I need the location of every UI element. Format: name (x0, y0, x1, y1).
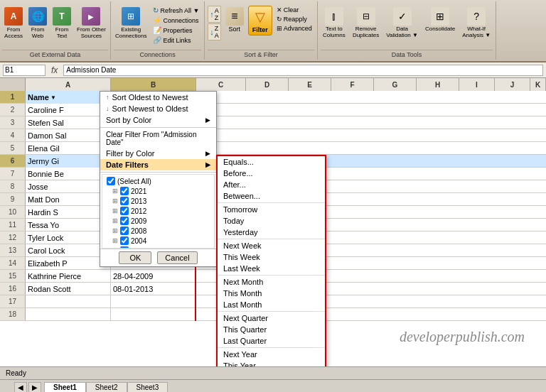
before-item[interactable]: Before... (218, 168, 325, 179)
cell-reference-box[interactable]: B1 (3, 65, 46, 76)
cell-c3[interactable] (196, 116, 546, 129)
filter-button[interactable]: ▽ Filter (248, 6, 272, 36)
ok-button[interactable]: OK (119, 251, 151, 264)
name-filter-arrow[interactable]: ▼ (50, 94, 56, 101)
today-item[interactable]: Today (218, 215, 325, 227)
cell-a15[interactable]: Kathrine Pierce (26, 270, 111, 283)
sort-color-item[interactable]: Sort by Color ▶ (100, 114, 216, 126)
date-filters-item[interactable]: Date Filters ▶ (100, 159, 216, 170)
col-header-d[interactable]: D (246, 78, 289, 91)
cell-a12[interactable]: Tyler Lock (26, 232, 111, 244)
col-header-b[interactable]: B (111, 78, 196, 91)
sort-za-button[interactable]: ↓ ZA (208, 23, 221, 40)
tab-prev-button[interactable]: ◀ (14, 382, 27, 392)
col-header-i[interactable]: I (459, 78, 495, 91)
remove-duplicates-button[interactable]: ⊟ Remove Duplicates (350, 6, 381, 40)
from-other-button[interactable]: ▶ From Other Sources (75, 6, 108, 40)
checkbox-2012[interactable]: ⊞ 2012 (111, 206, 211, 216)
checkbox-2021[interactable]: ⊞ 2021 (111, 186, 211, 196)
col-header-c[interactable]: C (196, 78, 246, 91)
edit-links-button[interactable]: 🔗 Edit Links (151, 36, 201, 45)
sort-az-button[interactable]: ↑ AZ (208, 6, 221, 23)
cell-b16[interactable]: 08-01-2013 (111, 283, 196, 295)
cell-a13[interactable]: Carol Lock (26, 244, 111, 257)
this-week-item[interactable]: This Week (218, 251, 325, 263)
what-if-button[interactable]: ? What-If Analysis ▼ (460, 6, 493, 40)
cell-b15[interactable]: 28-04-2009 (111, 270, 196, 283)
cell-a7[interactable]: Bonnie Be (26, 168, 111, 180)
advanced-button[interactable]: ⊞ Advanced (274, 24, 314, 33)
between-item[interactable]: Between... (218, 190, 325, 202)
cell-a6[interactable]: Jermy Gi (26, 155, 111, 168)
tomorrow-item[interactable]: Tomorrow (218, 204, 325, 215)
cell-a8[interactable]: Josse (26, 180, 111, 193)
cell-a9[interactable]: Matt Don (26, 193, 111, 206)
cell-a2[interactable]: Caroline F (26, 104, 111, 116)
sheet-tab-2[interactable]: Sheet2 (86, 382, 127, 392)
cell-c4[interactable] (196, 129, 546, 142)
connections-button[interactable]: ⚡ Connections (151, 16, 201, 25)
yesterday-item[interactable]: Yesterday (218, 227, 325, 238)
from-text-button[interactable]: T From Text (50, 6, 73, 40)
checkbox-2008[interactable]: ⊞ 2008 (111, 226, 211, 236)
cell-a5[interactable]: Elena Gil (26, 142, 111, 155)
next-month-item[interactable]: Next Month (218, 276, 325, 288)
cell-a14[interactable]: Elizabeth P (26, 257, 111, 270)
col-header-g[interactable]: G (374, 78, 417, 91)
col-header-k[interactable]: K (530, 78, 546, 91)
cancel-button[interactable]: Cancel (157, 251, 197, 264)
last-quarter-item[interactable]: Last Quarter (218, 335, 325, 347)
this-year-item[interactable]: This Year (218, 360, 325, 366)
cell-a11[interactable]: Tessa Yo (26, 219, 111, 232)
col-header-a[interactable]: A (26, 78, 111, 91)
col-header-h[interactable]: H (417, 78, 459, 91)
checkbox-select-all[interactable]: (Select All) (105, 176, 211, 186)
clear-filter-item[interactable]: Clear Filter From "Admission Date" (100, 129, 216, 148)
next-quarter-item[interactable]: Next Quarter (218, 312, 325, 324)
col-header-j[interactable]: J (495, 78, 530, 91)
next-year-item[interactable]: Next Year (218, 349, 325, 360)
tab-next-button[interactable]: ▶ (28, 382, 41, 392)
cell-b17[interactable] (111, 295, 196, 308)
from-web-button[interactable]: 🌐 From Web (26, 6, 49, 40)
sort-button[interactable]: ≡ Sort (223, 6, 246, 34)
cell-a17[interactable] (26, 295, 111, 308)
properties-button[interactable]: 📝 Properties (151, 26, 201, 35)
cell-a10[interactable]: Hardin S (26, 206, 111, 219)
data-validation-button[interactable]: ✓ Data Validation ▼ (384, 6, 420, 40)
this-quarter-item[interactable]: This Quarter (218, 324, 325, 335)
equals-item[interactable]: Equals... (218, 156, 325, 168)
cell-a1[interactable]: Name ▼ (26, 91, 111, 104)
filter-color-item[interactable]: Filter by Color ▶ (100, 148, 216, 159)
cell-c1[interactable] (196, 91, 546, 104)
formula-content-box[interactable]: Admission Date (63, 65, 543, 76)
sort-oldest-item[interactable]: ↑ Sort Oldest to Newest (100, 92, 216, 103)
checkbox-2013[interactable]: ⊞ 2013 (111, 196, 211, 206)
col-header-e[interactable]: E (289, 78, 331, 91)
sheet-tab-1[interactable]: Sheet1 (44, 382, 86, 392)
cell-a16[interactable]: Rodan Scott (26, 283, 111, 295)
col-header-f[interactable]: F (331, 78, 374, 91)
sheet-tab-3[interactable]: Sheet3 (127, 382, 168, 392)
text-to-columns-button[interactable]: ⫿ Text to Columns (321, 6, 348, 40)
reapply-button[interactable]: ↻ Reapply (274, 15, 314, 23)
cell-a3[interactable]: Stefen Sal (26, 116, 111, 129)
after-item[interactable]: After... (218, 179, 325, 190)
cell-c5[interactable] (196, 142, 546, 155)
checkbox-2009[interactable]: ⊞ 2009 (111, 216, 211, 226)
cell-b18[interactable] (111, 308, 196, 321)
from-access-button[interactable]: A From Access (2, 6, 25, 40)
cell-c2[interactable] (196, 104, 546, 116)
next-week-item[interactable]: Next Week (218, 240, 325, 251)
this-month-item[interactable]: This Month (218, 288, 325, 299)
cell-a18[interactable] (26, 308, 111, 321)
refresh-all-button[interactable]: ↻ Refresh All ▼ (151, 6, 201, 15)
sort-newest-item[interactable]: ↓ Sort Newest to Oldest (100, 103, 216, 114)
last-week-item[interactable]: Last Week (218, 263, 325, 274)
checkbox-2004[interactable]: ⊞ 2004 (111, 236, 211, 246)
consolidate-button[interactable]: ⊞ Consolidate (423, 6, 457, 33)
clear-button[interactable]: ✕ Clear (274, 6, 314, 14)
existing-connections-button[interactable]: ⊞ Existing Connections (114, 6, 148, 40)
cell-a4[interactable]: Damon Sal (26, 129, 111, 142)
last-month-item[interactable]: Last Month (218, 299, 325, 310)
